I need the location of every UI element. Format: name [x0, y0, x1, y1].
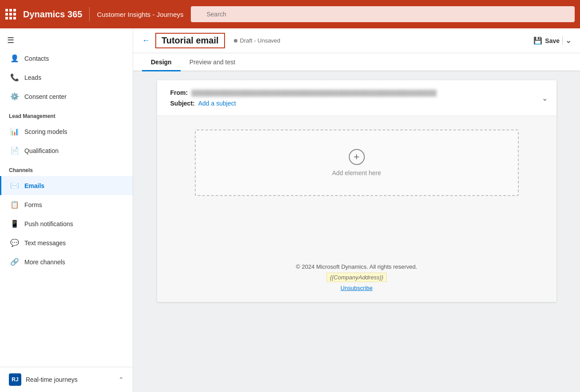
apps-grid-icon[interactable] — [5, 9, 16, 20]
chevron-down-icon[interactable]: ⌄ — [562, 36, 571, 45]
sidebar-item-label: Qualification — [24, 147, 59, 154]
email-body: + Add element here — [157, 116, 556, 253]
subject-field-row: Subject: Add a subject — [170, 100, 543, 107]
search-wrapper: 🔍 — [191, 6, 575, 22]
qualification-icon: 📄 — [10, 146, 19, 155]
text-messages-icon: 💬 — [10, 239, 19, 247]
from-field-row: From: ██████████████████████████████████… — [170, 89, 543, 96]
add-element-icon[interactable]: + — [349, 149, 365, 165]
tab-preview-and-test[interactable]: Preview and test — [181, 53, 245, 71]
sidebar-item-label: Leads — [24, 74, 41, 81]
push-icon: 📱 — [10, 220, 19, 228]
sidebar-item-qualification[interactable]: 📄 Qualification — [0, 141, 133, 160]
sidebar-item-label: Push notifications — [24, 220, 73, 227]
sidebar-item-label: Text messages — [24, 239, 66, 247]
sidebar-bottom: RJ Real-time journeys ⌃ — [0, 367, 133, 392]
draft-status-text: Draft - Unsaved — [240, 37, 280, 44]
from-label: From: — [170, 89, 188, 96]
sidebar-item-label: Scoring models — [24, 128, 67, 135]
channels-section-label: Channels — [0, 160, 133, 176]
main-layout: ☰ 👤 Contacts 📞 Leads ⚙️ Consent center L… — [0, 28, 580, 392]
footer-copyright: © 2024 Microsoft Dynamics. All rights re… — [296, 263, 417, 270]
unsubscribe-link[interactable]: Unsubscribe — [340, 285, 372, 291]
app-subtitle: Customer Insights - Journeys — [97, 11, 183, 18]
sidebar-item-consent-center[interactable]: ⚙️ Consent center — [0, 87, 133, 106]
sidebar-item-forms[interactable]: 📋 Forms — [0, 195, 133, 214]
save-button[interactable]: 💾 Save ⌄ — [533, 36, 571, 45]
avatar: RJ — [9, 373, 21, 386]
footer-address: {{CompanyAddress}} — [327, 273, 387, 282]
sidebar-item-contacts[interactable]: 👤 Contacts — [0, 49, 133, 68]
email-canvas: From: ██████████████████████████████████… — [157, 80, 556, 302]
header-bar: ← Tutorial email Draft - Unsaved 💾 Save … — [133, 28, 580, 53]
draft-badge: Draft - Unsaved — [234, 37, 280, 44]
sidebar-item-label: More channels — [24, 259, 65, 266]
bottom-item-label: Real-time journeys — [26, 376, 78, 383]
back-button[interactable]: ← — [142, 36, 150, 45]
email-footer: © 2024 Microsoft Dynamics. All rights re… — [157, 253, 556, 302]
chevron-up-icon: ⌃ — [118, 376, 124, 383]
email-header-fields: From: ██████████████████████████████████… — [157, 80, 556, 116]
sidebar-item-emails[interactable]: ✉️ Emails — [0, 176, 133, 195]
sidebar-item-more-channels[interactable]: 🔗 More channels — [0, 252, 133, 271]
hamburger-menu[interactable]: ☰ — [0, 28, 133, 49]
sidebar-item-push-notifications[interactable]: 📱 Push notifications — [0, 214, 133, 233]
drop-zone-label: Add element here — [332, 169, 381, 176]
save-icon: 💾 — [533, 36, 542, 45]
page-title: Tutorial email — [155, 33, 225, 48]
subject-label: Subject: — [170, 100, 195, 107]
emails-icon: ✉️ — [10, 181, 19, 190]
sidebar: ☰ 👤 Contacts 📞 Leads ⚙️ Consent center L… — [0, 28, 133, 392]
lead-management-section-label: Lead Management — [0, 106, 133, 122]
more-channels-icon: 🔗 — [10, 258, 19, 266]
sidebar-item-leads[interactable]: 📞 Leads — [0, 68, 133, 87]
sidebar-item-text-messages[interactable]: 💬 Text messages — [0, 233, 133, 252]
subject-input[interactable]: Add a subject — [198, 100, 236, 107]
expand-icon[interactable]: ⌄ — [542, 94, 548, 102]
sidebar-item-label: Consent center — [24, 93, 67, 100]
tab-design[interactable]: Design — [142, 53, 181, 71]
content-area: ← Tutorial email Draft - Unsaved 💾 Save … — [133, 28, 580, 392]
scoring-icon: 📊 — [10, 127, 19, 136]
sidebar-item-label: Contacts — [24, 55, 49, 62]
email-editor: From: ██████████████████████████████████… — [133, 71, 580, 392]
sidebar-item-label: Forms — [24, 201, 42, 208]
forms-icon: 📋 — [10, 200, 19, 209]
app-title: Dynamics 365 — [23, 9, 82, 20]
tabs-bar: Design Preview and test — [133, 53, 580, 71]
consent-icon: ⚙️ — [10, 92, 19, 101]
topbar-divider — [89, 7, 90, 21]
contacts-icon: 👤 — [10, 54, 19, 63]
save-label: Save — [545, 37, 560, 44]
draft-dot — [234, 39, 237, 43]
topbar: Dynamics 365 Customer Insights - Journey… — [0, 0, 580, 28]
sidebar-item-label: Emails — [24, 182, 44, 189]
leads-icon: 📞 — [10, 73, 19, 82]
drop-zone[interactable]: + Add element here — [195, 129, 519, 196]
search-input[interactable] — [191, 6, 575, 22]
real-time-journeys-item[interactable]: RJ Real-time journeys ⌃ — [0, 367, 133, 392]
sidebar-item-scoring-models[interactable]: 📊 Scoring models — [0, 122, 133, 141]
from-value[interactable]: ████████████████████████████████████████… — [191, 90, 437, 96]
